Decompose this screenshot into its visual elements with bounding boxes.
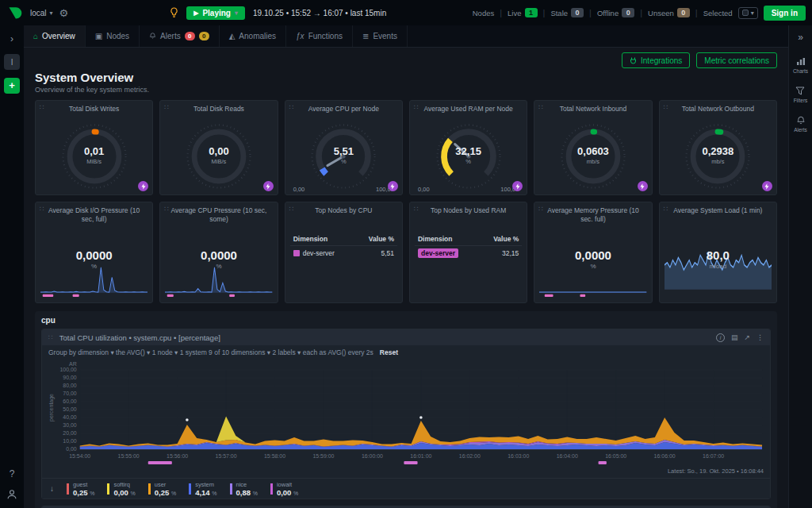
table-row[interactable]: dev-server 5,51 [290, 246, 397, 260]
page-title: System Overview [35, 71, 777, 84]
gauge-title: Total Network Inbound [549, 105, 638, 121]
gauge-card-average-cpu[interactable]: ∷ Average CPU per Node 5,51% 0,00 100,00 [285, 100, 403, 195]
unseen-nodes-pill[interactable]: Unseen 0 [648, 8, 690, 17]
cpu-pressure-sparkline[interactable] [165, 259, 272, 297]
selected-nodes-dropdown[interactable]: ▾ [738, 7, 758, 19]
info-icon[interactable]: i [716, 333, 725, 342]
gauge-title: Total Network Outbound [671, 105, 765, 121]
gauge-card-network-inbound[interactable]: ∷ Total Network Inbound 0,0603mb/s [534, 100, 652, 195]
table-row[interactable]: dev-server 32,15 [415, 246, 522, 260]
svg-text:15:59:00: 15:59:00 [312, 453, 334, 459]
ram-gauge[interactable] [435, 122, 503, 190]
tab-nodes-label: Nodes [106, 32, 129, 40]
gauge-card-average-ram[interactable]: ∷ Average Used RAM per Node 32,15% 0,00 … [409, 100, 527, 195]
integrations-button[interactable]: Integrations [622, 52, 690, 68]
metric-correlations-button[interactable]: Metric correlations [696, 52, 777, 68]
functions-icon: ƒx [296, 32, 304, 40]
tab-functions[interactable]: ƒx Functions [286, 25, 353, 47]
gauge-title: Total Disk Writes [58, 105, 130, 121]
reset-button[interactable]: Reset [380, 348, 398, 356]
legend-item-iowait[interactable]: iowait 0,00 % [270, 481, 298, 497]
add-space-button[interactable]: + [4, 78, 20, 94]
mini-card-system-load[interactable]: ∷ Average System Load (1 min) 80,0mload [659, 202, 777, 303]
drag-handle-icon: ∷ [40, 205, 44, 213]
chevron-down-icon: ▾ [751, 10, 754, 17]
expand-icon[interactable]: ↗ [744, 333, 750, 342]
tab-anomalies[interactable]: ◭ Anomalies [220, 25, 286, 47]
live-nodes-pill[interactable]: Live 1 [508, 8, 537, 17]
legend-name: user [155, 481, 176, 488]
help-button[interactable]: ? [5, 467, 19, 481]
time-range-picker[interactable]: 19.10.25 • 15:52 → 16:07 • last 15min [253, 9, 386, 17]
sign-in-button[interactable]: Sign in [764, 6, 806, 21]
drag-handle-icon: ∷ [538, 103, 543, 111]
cpu-section: cpu ∷ Total CPU utilization • system.cpu… [35, 311, 777, 508]
cpu-utilization-chart[interactable]: AR100,0090,0080,0070,0060,0050,0040,0030… [44, 359, 768, 478]
top-nodes-ram-card[interactable]: ∷ Top Nodes by Used RAM Dimension Value … [409, 202, 527, 303]
anomaly-badge[interactable] [263, 181, 274, 191]
table-header: Dimension Value % [415, 235, 522, 246]
space-picker[interactable]: local ▾ [30, 9, 53, 17]
tab-nodes[interactable]: ▣ Nodes [86, 25, 140, 47]
tab-overview[interactable]: ⌂ Overview [24, 25, 86, 47]
svg-text:40,00: 40,00 [63, 414, 77, 420]
legend-item-guest[interactable]: guest 0,25 % [67, 481, 94, 497]
more-options-icon[interactable]: ⋮ [756, 333, 764, 342]
legend-item-user[interactable]: user 0,25 % [148, 481, 176, 497]
svg-text:15:55:00: 15:55:00 [118, 453, 140, 459]
disk-writes-gauge[interactable] [60, 122, 128, 190]
legend-item-nice[interactable]: nice 0,88 % [230, 481, 258, 497]
settings-gear-icon[interactable]: ⚙ [59, 7, 69, 19]
news-bulb-icon[interactable] [170, 7, 178, 19]
space-avatar[interactable]: l [4, 54, 20, 70]
node-name: dev-server [418, 248, 458, 258]
cpu-gauge[interactable] [309, 122, 377, 190]
mini-card-disk-io-pressure[interactable]: ∷ Average Disk I/O Pressure (10 sec, ful… [35, 202, 153, 303]
mini-card-title: Average CPU Pressure (10 sec, some) [165, 206, 272, 224]
netdata-logo[interactable] [6, 4, 24, 21]
stale-nodes-pill[interactable]: Stale 0 [550, 8, 584, 17]
filters-panel-button[interactable]: Filters [794, 87, 808, 103]
expand-sidebar-button[interactable]: › [5, 32, 19, 46]
tab-anomalies-label: Anomalies [239, 32, 276, 40]
offline-nodes-pill[interactable]: Offline 0 [597, 8, 634, 17]
charts-panel-button[interactable]: Charts [793, 57, 808, 74]
tab-alerts-label: Alerts [160, 32, 181, 40]
sort-dimensions-icon[interactable]: ↓ [50, 484, 54, 493]
mini-card-memory-pressure[interactable]: ∷ Average Memory Pressure (10 sec. full)… [534, 202, 652, 303]
gauge-card-total-disk-reads[interactable]: ∷ Total Disk Reads 0,00MiB/s [159, 100, 278, 195]
main-content: Integrations Metric correlations System … [24, 48, 788, 508]
gauge-card-network-outbound[interactable]: ∷ Total Network Outbound 0,2938mb/s [659, 100, 777, 195]
legend-item-softirq[interactable]: softirq 0,00 % [107, 481, 135, 497]
chart-type-icon[interactable]: ▤ [731, 333, 738, 342]
drag-handle-icon: ∷ [48, 333, 53, 341]
drag-handle-icon: ∷ [164, 205, 169, 213]
gauge-card-total-disk-writes[interactable]: ∷ Total Disk Writes 0,01MiB/s [35, 100, 153, 195]
live-label: Live [508, 9, 521, 17]
right-sidebar: » Charts Filters Alerts [788, 25, 812, 508]
anomaly-badge[interactable] [388, 181, 398, 191]
user-avatar[interactable] [6, 489, 17, 502]
y-axis-label: percentage [48, 394, 54, 421]
top-nodes-cpu-card[interactable]: ∷ Top Nodes by CPU Dimension Value % dev… [285, 202, 403, 303]
playing-button[interactable]: ▶ Playing ▾ [186, 6, 245, 20]
tab-alerts[interactable]: Alerts 0 0 [140, 25, 220, 47]
collapse-panel-button[interactable]: » [794, 30, 808, 44]
svg-text:15:58:00: 15:58:00 [264, 453, 285, 459]
memory-pressure-sparkline[interactable] [539, 259, 646, 297]
legend-item-system[interactable]: system 4,14 % [189, 481, 216, 497]
anomaly-badge[interactable] [638, 181, 648, 191]
system-load-sparkline[interactable] [665, 230, 772, 297]
disk-reads-gauge[interactable] [185, 122, 253, 190]
svg-text:AR: AR [69, 361, 77, 367]
network-outbound-gauge[interactable] [684, 122, 752, 190]
svg-text:16:05:00: 16:05:00 [605, 453, 626, 459]
tab-events[interactable]: ≣ Events [353, 25, 408, 47]
anomaly-badge[interactable] [762, 181, 772, 191]
network-inbound-gauge[interactable] [559, 122, 627, 190]
groupby-settings[interactable]: Group by dimension ▾ the AVG() ▾ 1 node … [48, 348, 373, 356]
alerts-panel-button[interactable]: Alerts [794, 116, 807, 133]
disk-io-pressure-sparkline[interactable] [40, 259, 147, 297]
chevron-down-icon: ▾ [50, 10, 53, 17]
mini-card-cpu-pressure[interactable]: ∷ Average CPU Pressure (10 sec, some) 0,… [159, 202, 278, 303]
